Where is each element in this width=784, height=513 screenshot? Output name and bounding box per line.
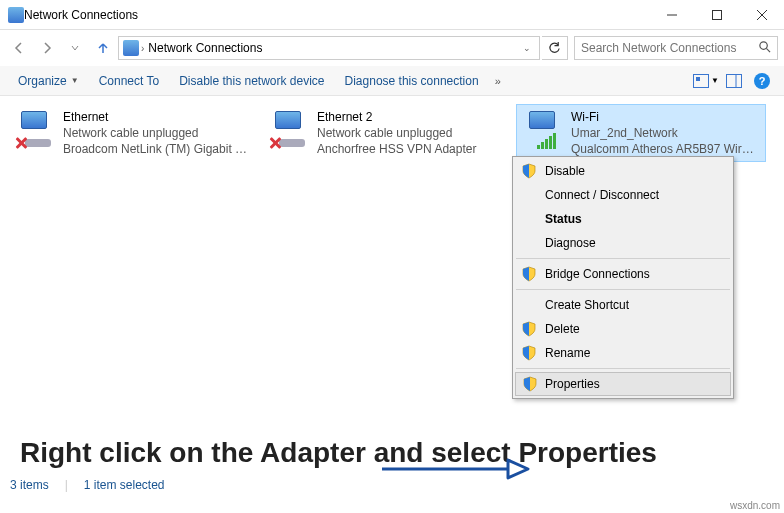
menu-separator <box>516 368 730 369</box>
recent-dropdown[interactable] <box>62 35 88 61</box>
shield-icon <box>522 376 538 392</box>
status-item-count: 3 items <box>10 478 49 492</box>
adapter-device: Qualcomm Atheros AR5B97 Wirel... <box>571 141 759 157</box>
toolbar-overflow-icon[interactable]: » <box>489 75 507 87</box>
diagnose-connection-button[interactable]: Diagnose this connection <box>335 70 489 92</box>
preview-pane-button[interactable] <box>720 69 748 93</box>
ctx-create-shortcut[interactable]: Create Shortcut <box>515 293 731 317</box>
search-box[interactable] <box>574 36 778 60</box>
connect-to-button[interactable]: Connect To <box>89 70 170 92</box>
menu-separator <box>516 258 730 259</box>
content-area: EthernetNetwork cable unpluggedBroadcom … <box>0 96 784 476</box>
wifi-adapter-icon <box>523 109 565 151</box>
window-titlebar: Network Connections <box>0 0 784 30</box>
status-bar: 3 items | 1 item selected <box>0 473 784 497</box>
adapter-device: Broadcom NetLink (TM) Gigabit E... <box>63 141 251 157</box>
adapter-status: Umar_2nd_Network <box>571 125 759 141</box>
minimize-button[interactable] <box>649 0 694 30</box>
address-dropdown-icon[interactable]: ⌄ <box>519 43 535 53</box>
search-input[interactable] <box>581 41 758 55</box>
maximize-button[interactable] <box>694 0 739 30</box>
address-bar[interactable]: › Network Connections ⌄ <box>118 36 540 60</box>
disconnected-x-icon <box>13 135 29 151</box>
refresh-button[interactable] <box>542 36 568 60</box>
adapter-status: Network cable unplugged <box>63 125 251 141</box>
svg-line-5 <box>766 48 770 52</box>
ethernet-adapter-icon <box>269 109 311 151</box>
ctx-connect-disconnect[interactable]: Connect / Disconnect <box>515 183 731 207</box>
status-selected-count: 1 item selected <box>84 478 165 492</box>
adapter-name: Ethernet <box>63 109 251 125</box>
chevron-down-icon: ▼ <box>711 76 719 85</box>
adapter-item[interactable]: Wi-FiUmar_2nd_NetworkQualcomm Atheros AR… <box>516 104 766 162</box>
ethernet-adapter-icon <box>15 109 57 151</box>
shield-icon <box>521 321 537 337</box>
ctx-disable[interactable]: Disable <box>515 159 731 183</box>
menu-separator <box>516 289 730 290</box>
ctx-delete[interactable]: Delete <box>515 317 731 341</box>
organize-menu[interactable]: Organize▼ <box>8 70 89 92</box>
window-title: Network Connections <box>24 8 649 22</box>
ctx-status[interactable]: Status <box>515 207 731 231</box>
adapter-name: Wi-Fi <box>571 109 759 125</box>
command-toolbar: Organize▼ Connect To Disable this networ… <box>0 66 784 96</box>
help-icon: ? <box>754 73 770 89</box>
svg-point-4 <box>760 42 767 49</box>
ctx-bridge-connections[interactable]: Bridge Connections <box>515 262 731 286</box>
close-button[interactable] <box>739 0 784 30</box>
disconnected-x-icon <box>267 135 283 151</box>
chevron-down-icon: ▼ <box>71 76 79 85</box>
svg-rect-1 <box>712 10 721 19</box>
context-menu: Disable Connect / Disconnect Status Diag… <box>512 156 734 399</box>
adapter-device: Anchorfree HSS VPN Adapter <box>317 141 505 157</box>
forward-button[interactable] <box>34 35 60 61</box>
adapter-name: Ethernet 2 <box>317 109 505 125</box>
up-button[interactable] <box>90 35 116 61</box>
watermark: wsxdn.com <box>730 500 780 511</box>
shield-icon <box>521 345 537 361</box>
annotation-text: Right click on the Adapter and select Pr… <box>20 436 657 470</box>
disable-device-button[interactable]: Disable this network device <box>169 70 334 92</box>
adapter-status: Network cable unplugged <box>317 125 505 141</box>
search-icon[interactable] <box>758 40 771 56</box>
ctx-diagnose[interactable]: Diagnose <box>515 231 731 255</box>
tiles-icon <box>693 74 709 88</box>
navigation-bar: › Network Connections ⌄ <box>0 30 784 66</box>
shield-icon <box>521 266 537 282</box>
shield-icon <box>521 163 537 179</box>
view-options-button[interactable]: ▼ <box>692 69 720 93</box>
breadcrumb-sep-icon: › <box>139 43 146 54</box>
svg-rect-6 <box>727 74 742 87</box>
ctx-rename[interactable]: Rename <box>515 341 731 365</box>
network-connections-icon <box>8 7 24 23</box>
adapter-item[interactable]: Ethernet 2Network cable unpluggedAnchorf… <box>262 104 512 162</box>
breadcrumb-item[interactable]: Network Connections <box>146 41 264 55</box>
adapter-item[interactable]: EthernetNetwork cable unpluggedBroadcom … <box>8 104 258 162</box>
ctx-properties[interactable]: Properties <box>515 372 731 396</box>
back-button[interactable] <box>6 35 32 61</box>
help-button[interactable]: ? <box>748 69 776 93</box>
location-icon <box>123 40 139 56</box>
